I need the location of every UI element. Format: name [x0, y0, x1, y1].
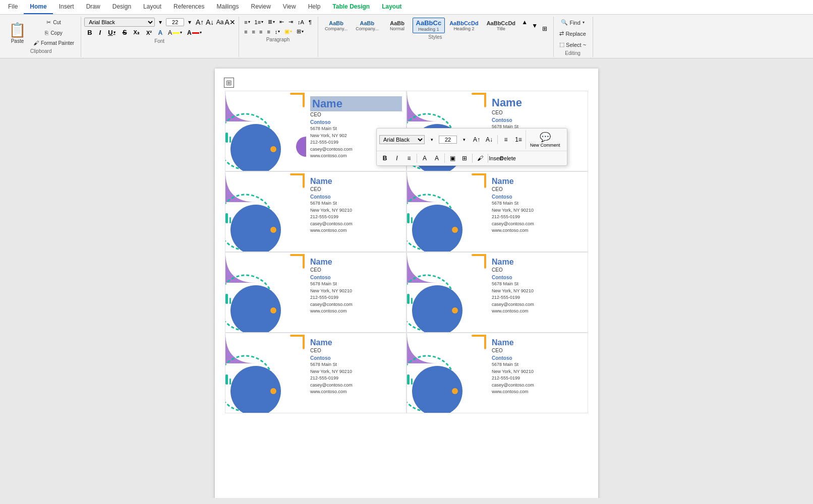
show-formatting-button[interactable]: ¶	[307, 18, 314, 26]
tab-view[interactable]: View	[277, 0, 302, 14]
numbering-button[interactable]: 1≡▾	[253, 18, 266, 26]
change-case-button[interactable]: Aa	[215, 18, 224, 27]
svg-point-25	[270, 307, 276, 313]
copy-button[interactable]: ⎘ Copy	[31, 28, 77, 37]
float-delete-button[interactable]: Delete	[502, 153, 513, 164]
tab-insert[interactable]: Insert	[53, 0, 80, 14]
card-ceo-2: CEO	[492, 110, 584, 115]
bullets-button[interactable]: ≡▾	[242, 18, 252, 26]
float-numbering[interactable]: 1≡	[513, 134, 524, 145]
paste-button[interactable]: 📋 Paste	[5, 20, 30, 45]
float-shading[interactable]: ▣	[447, 153, 458, 164]
subscript-button[interactable]: X₂	[131, 28, 142, 37]
styles-scroll-down[interactable]: ▼	[530, 21, 539, 30]
tab-table-design[interactable]: Table Design	[326, 0, 376, 14]
tab-layout2[interactable]: Layout	[376, 0, 408, 14]
tab-help[interactable]: Help	[302, 0, 327, 14]
new-comment-button[interactable]: 💬 New Comment	[526, 130, 564, 149]
card-name-7[interactable]: Name	[310, 338, 402, 347]
format-painter-button[interactable]: 🖌 Format Painter	[31, 38, 77, 47]
card-address-7: 5678 Main St New York, NY 90210 212-555-…	[310, 361, 402, 396]
float-sep4	[472, 154, 473, 163]
clipboard-group: 📋 Paste ✂ Cut ⎘ Copy 🖌 Format Painter	[3, 17, 81, 57]
decrease-indent-button[interactable]: ⇤	[277, 18, 286, 26]
select-button[interactable]: ⬚ Select ~	[557, 40, 589, 49]
card-name-1[interactable]: Name	[310, 96, 402, 111]
clear-formatting-button[interactable]: A✕	[225, 18, 235, 27]
shading-button[interactable]: ▣▾	[282, 27, 294, 36]
card-name-6[interactable]: Name	[492, 258, 584, 267]
tab-layout[interactable]: Layout	[137, 0, 167, 14]
style-company2[interactable]: AaBb Company...	[352, 19, 382, 33]
sort-button[interactable]: ↕A	[296, 18, 306, 26]
increase-font-button[interactable]: A↑	[195, 18, 204, 27]
float-bullets[interactable]: ≡	[500, 134, 511, 145]
align-right-button[interactable]: ≡	[257, 28, 264, 36]
float-bold[interactable]: B	[379, 153, 390, 164]
float-font-color[interactable]: A	[431, 153, 442, 164]
tab-references[interactable]: References	[167, 0, 210, 14]
font-name-select[interactable]: Arial Black Arial Times New Roman	[84, 18, 155, 27]
card-name-8[interactable]: Name	[492, 338, 584, 347]
styles-more-button[interactable]: ⊞	[540, 24, 549, 33]
font-color-button[interactable]: A ▾	[185, 28, 204, 37]
float-highlight[interactable]: A	[419, 153, 430, 164]
card-name-3[interactable]: Name	[310, 177, 402, 186]
style-normal[interactable]: AaBb Normal	[383, 19, 412, 33]
increase-indent-button[interactable]: ⇥	[286, 18, 295, 26]
strikethrough-button[interactable]: S̶	[120, 28, 130, 37]
card-name-5[interactable]: Name	[310, 258, 402, 267]
float-borders[interactable]: ⊞	[459, 153, 470, 164]
styles-scroll-up[interactable]: ▲	[520, 18, 529, 27]
tab-home[interactable]: Home	[24, 0, 52, 14]
style-heading1[interactable]: AaBbCc Heading 1	[413, 18, 445, 33]
float-italic[interactable]: I	[391, 153, 402, 164]
card-deco-7	[225, 333, 306, 413]
float-brush[interactable]: 🖌	[475, 153, 486, 164]
line-spacing-button[interactable]: ↕▾	[273, 28, 282, 36]
superscript-button[interactable]: X²	[143, 29, 155, 37]
find-button[interactable]: 🔍 Find ▾	[557, 18, 589, 27]
float-font-size[interactable]	[439, 136, 457, 144]
font-name-dropdown[interactable]: ▾	[156, 18, 165, 27]
style-heading2[interactable]: AaBbCcDd Heading 2	[446, 19, 482, 33]
replace-button[interactable]: ⇄ Replace	[557, 29, 589, 38]
svg-rect-2	[225, 133, 228, 143]
add-table-button[interactable]: ⊞	[224, 78, 234, 88]
cut-button[interactable]: ✂ Cut	[31, 18, 77, 27]
tab-design[interactable]: Design	[106, 0, 137, 14]
float-align[interactable]: ≡	[403, 153, 415, 164]
float-font-select[interactable]: Arial Black	[379, 135, 425, 144]
card-name-2[interactable]: Name	[492, 96, 584, 109]
float-increase-font[interactable]: A↑	[471, 134, 482, 145]
tab-draw[interactable]: Draw	[80, 0, 106, 14]
tab-file[interactable]: File	[2, 0, 24, 14]
multilevel-list-button[interactable]: ≣▾	[266, 18, 277, 26]
card-name-4[interactable]: Name	[492, 177, 584, 186]
bold-button[interactable]: B	[84, 28, 95, 37]
font-size-input[interactable]	[166, 18, 184, 26]
italic-button[interactable]: I	[96, 28, 104, 37]
float-font-dropdown[interactable]: ▾	[426, 134, 437, 145]
tab-mailings[interactable]: Mailings	[210, 0, 245, 14]
float-sep3	[444, 154, 445, 163]
align-center-button[interactable]: ≡	[250, 28, 257, 36]
tab-review[interactable]: Review	[245, 0, 277, 14]
decrease-font-button[interactable]: A↓	[205, 18, 214, 27]
justify-button[interactable]: ≡	[265, 28, 272, 36]
style-title[interactable]: AaBbCcDd Title	[483, 19, 519, 33]
underline-button[interactable]: U▾	[105, 28, 118, 37]
paste-icon: 📋	[9, 22, 26, 38]
font-color-bar	[192, 32, 199, 34]
align-left-button[interactable]: ≡	[242, 28, 249, 36]
svg-rect-13	[225, 213, 228, 223]
text-highlight-button[interactable]: A ▾	[166, 28, 184, 37]
card-ceo-6: CEO	[492, 267, 584, 273]
style-company1[interactable]: AaBb Company...	[321, 19, 351, 33]
float-size-dropdown[interactable]: ▾	[458, 134, 470, 145]
card-company-5: Contoso	[310, 275, 402, 280]
borders-button[interactable]: ⊞▾	[295, 27, 306, 36]
text-effects-button[interactable]: A	[156, 28, 165, 37]
float-decrease-font[interactable]: A↓	[484, 134, 495, 145]
font-size-dropdown[interactable]: ▾	[185, 18, 194, 27]
